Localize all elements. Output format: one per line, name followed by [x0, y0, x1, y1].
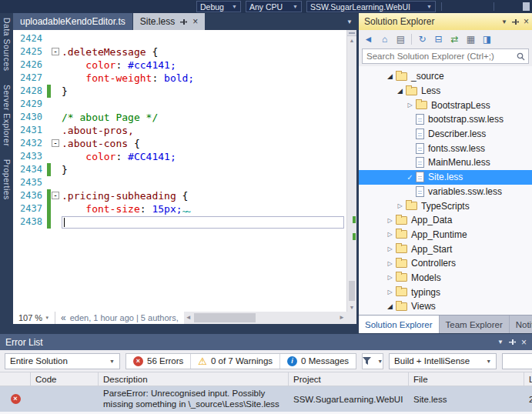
search-input[interactable]	[363, 52, 514, 61]
zoom-control[interactable]: 107 % ▼	[13, 312, 55, 324]
expand-arrow-icon[interactable]: ▷	[405, 102, 415, 109]
error-row[interactable]: ×ParseError: Unrecognised input. Possibl…	[0, 386, 532, 412]
collapse-arrow-icon[interactable]: ◢	[385, 72, 395, 80]
collapse-arrow-icon[interactable]: ◢	[395, 87, 405, 95]
expand-arrow-icon[interactable]: ▷	[385, 260, 395, 267]
close-icon[interactable]: ×	[524, 18, 529, 25]
code-text[interactable]	[62, 216, 344, 229]
code-text[interactable]: /* about Page */	[62, 111, 158, 124]
tree-item-app-data[interactable]: ▷App_Data	[359, 213, 532, 228]
scroll-right-icon[interactable]: ►	[337, 312, 346, 324]
code-text[interactable]: }	[62, 163, 68, 176]
close-icon[interactable]: ×	[192, 18, 198, 25]
tree-item-less[interactable]: ◢Less	[359, 84, 532, 98]
expand-arrow-icon[interactable]: ▷	[385, 231, 395, 238]
rail-tab-properties[interactable]: Properties	[2, 159, 12, 200]
tree-item-typings[interactable]: ▷typings	[359, 285, 532, 299]
scope-dropdown[interactable]: Entire Solution ▼	[5, 353, 120, 369]
fold-collapse-icon[interactable]: -	[52, 192, 59, 199]
error-list-titlebar[interactable]: Error List ▼ ×	[0, 334, 532, 350]
messages-filter-button[interactable]: i 0 Messages	[280, 354, 356, 369]
filter-button[interactable]: ▼	[362, 353, 383, 369]
code-lines[interactable]: 24242425-.deleteMessage {2426 color: #cc…	[13, 30, 346, 312]
scroll-down-icon[interactable]: ▼	[347, 303, 356, 312]
solution-explorer-titlebar[interactable]: Solution Explorer ▼ ×	[359, 13, 532, 30]
column-header-severity[interactable]	[0, 372, 31, 386]
tree-item-typescripts[interactable]: ▷TypeScripts	[359, 199, 532, 213]
chevron-down-icon[interactable]: ▼	[497, 339, 504, 346]
error-list-search-input[interactable]	[502, 353, 532, 369]
expand-arrow-icon[interactable]: ▷	[385, 274, 395, 281]
tree-item-views[interactable]: ◢Views	[359, 299, 532, 314]
expand-arrow-icon[interactable]: ▷	[385, 245, 395, 252]
toolbar-overflow-button[interactable]	[523, 2, 530, 11]
scrollbar-thumb[interactable]	[194, 313, 256, 322]
tree-item-variables-ssw-less[interactable]: variables.ssw.less	[359, 185, 532, 199]
code-text[interactable]: .about-pros,	[62, 124, 134, 137]
column-header-code[interactable]: Code	[31, 372, 99, 386]
tree-item-bootstrap-ssw-less[interactable]: bootstrap.ssw.less	[359, 112, 532, 127]
search-icon[interactable]	[514, 52, 528, 61]
tree-item-app-runtime[interactable]: ▷App_Runtime	[359, 228, 532, 242]
fold-collapse-icon[interactable]: -	[52, 139, 59, 147]
configuration-dropdown[interactable]: Debug ▼	[196, 1, 241, 12]
scroll-left-icon[interactable]: ◄	[184, 312, 193, 324]
tree-item-source[interactable]: ◢_source	[359, 69, 532, 84]
editor-vertical-scrollbar[interactable]: ▲ ▼	[346, 30, 356, 312]
tree-item-controllers[interactable]: ▷Controllers	[359, 256, 532, 271]
switch-views-button[interactable]: ▤	[393, 32, 408, 46]
expand-arrow-icon[interactable]: ▷	[385, 289, 395, 295]
code-text[interactable]: color: #cc4141;	[62, 58, 176, 72]
collapse-annotations-icon[interactable]: «	[61, 312, 66, 323]
sync-with-active-document-button[interactable]: ⇄	[447, 32, 462, 46]
expand-arrow-icon[interactable]: ▷	[395, 202, 405, 209]
tree-item-app-start[interactable]: ▷App_Start	[359, 242, 532, 256]
code-text[interactable]: }	[62, 85, 68, 98]
tree-item-site-less[interactable]: ✓Site.less	[359, 170, 532, 185]
tree-item-fonts-ssw-less[interactable]: fonts.ssw.less	[359, 141, 532, 155]
editor-splitter-handle[interactable]	[347, 30, 356, 36]
pin-icon[interactable]	[180, 18, 187, 25]
column-header-line[interactable]: Line	[524, 372, 532, 386]
tree-item-describer-less[interactable]: Describer.less	[359, 127, 532, 142]
rail-tab-data-sources[interactable]: Data Sources	[2, 18, 12, 72]
code-text[interactable]: font-weight: bold;	[62, 72, 194, 85]
editor-horizontal-scrollbar[interactable]: ◄ ►	[184, 312, 346, 324]
warnings-filter-button[interactable]: ⚠ 0 of 7 Warnings	[191, 354, 280, 369]
expand-arrow-icon[interactable]: ▷	[385, 217, 395, 224]
chevron-down-icon[interactable]: ▼	[501, 18, 507, 25]
tree-item-models[interactable]: ▷Models	[359, 271, 532, 285]
tool-tab-solution-explorer[interactable]: Solution Explorer	[359, 316, 440, 333]
errors-filter-button[interactable]: × 56 Errors	[126, 354, 191, 369]
tree-item-mainmenu-less[interactable]: MainMenu.less	[359, 155, 532, 170]
rail-tab-server-explorer[interactable]: Server Explorer	[2, 85, 12, 146]
scroll-up-icon[interactable]: ▲	[347, 36, 356, 45]
source-dropdown[interactable]: Build + IntelliSense ▼	[389, 353, 497, 369]
code-text[interactable]: font-size: 15px;~~	[62, 202, 189, 215]
close-icon[interactable]: ×	[521, 339, 527, 346]
code-text[interactable]: .deleteMessage {	[62, 45, 158, 58]
platform-dropdown[interactable]: Any CPU ▼	[246, 1, 302, 12]
show-all-files-button[interactable]: ▦	[463, 32, 478, 46]
home-button[interactable]: ⌂	[377, 32, 392, 46]
code-text[interactable]: .pricing-subheading {	[62, 189, 188, 202]
preview-selected-items-button[interactable]: ◨	[480, 32, 494, 46]
collapse-arrow-icon[interactable]: ◢	[385, 302, 395, 310]
column-header-file[interactable]: File	[409, 372, 524, 386]
pin-icon[interactable]	[509, 339, 516, 346]
tree-item-bootstrapless[interactable]: ▷BootstrapLess	[359, 98, 532, 112]
pin-icon[interactable]	[512, 18, 519, 25]
tool-tab-notifications[interactable]: Notifications	[510, 316, 532, 333]
code-text[interactable]: color: #CC4141;	[62, 150, 176, 163]
doc-tab-uploadablekendoeditor-ts[interactable]: uploadableKendoEditor.ts	[13, 13, 132, 30]
code-text[interactable]: .about-cons {	[62, 137, 140, 150]
fold-collapse-icon[interactable]: -	[52, 48, 59, 55]
doc-tab-site-less[interactable]: Site.less×	[133, 13, 205, 30]
tool-tab-team-explorer[interactable]: Team Explorer	[440, 316, 510, 333]
scrollbar-thumb[interactable]	[349, 281, 355, 301]
collapse-all-button[interactable]: ⊟	[431, 32, 446, 46]
document-list-dropdown-icon[interactable]: ▼	[346, 18, 356, 25]
column-header-description[interactable]: Description	[99, 372, 289, 386]
column-header-project[interactable]: Project	[289, 372, 409, 386]
refresh-button[interactable]: ↻	[415, 32, 430, 46]
